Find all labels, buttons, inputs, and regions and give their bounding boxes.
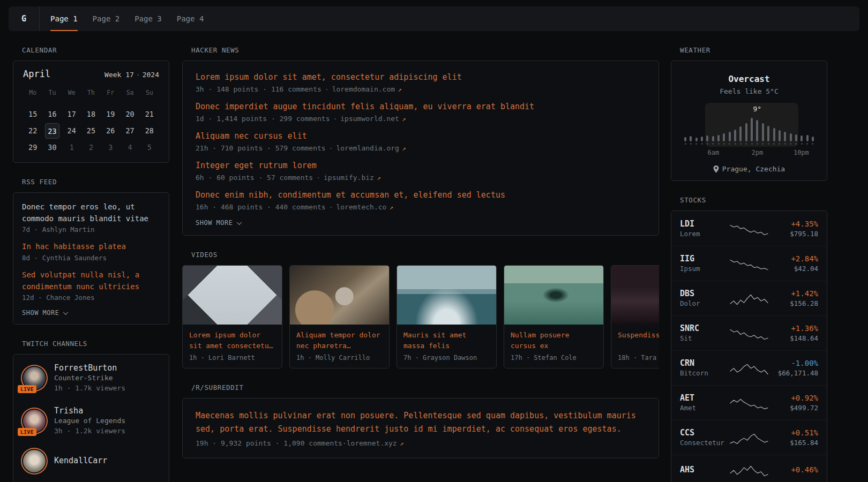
stock-ticker: IIG — [680, 253, 729, 264]
video-meta: 7h · Grayson Dawson — [403, 354, 490, 362]
hn-item-title[interactable]: Donec enim nibh, condimentum et accumsan… — [196, 190, 646, 201]
stock-row: DBS Dolor +1.42% $156.28 — [671, 281, 827, 315]
stock-row: AHS +0.46% — [671, 455, 827, 482]
stock-sparkline — [729, 326, 769, 341]
calendar-day-next-month: 3 — [101, 139, 120, 156]
tab-page-4[interactable]: Page 4 — [177, 6, 204, 31]
calendar-week-label: Week 17·2024 — [104, 71, 159, 79]
stock-change: +4.35% — [769, 219, 818, 229]
video-title: Lorem ipsum dolor sit amet consectetu… — [189, 330, 275, 351]
channel-game: League of Legends — [54, 416, 125, 425]
weather-condition: Overcast — [680, 74, 818, 84]
twitch-widget: LIVE ForrestBurton Counter-Strike 1h · 1… — [13, 354, 169, 482]
weather-header: WEATHER — [671, 46, 827, 54]
hn-item-source-link[interactable]: ipsumworld.net↗ — [340, 115, 406, 123]
hn-item-title[interactable]: Aliquam nec cursus elit — [196, 131, 646, 142]
channel-game: Counter-Strike — [54, 373, 125, 382]
hacker-news-widget: Lorem ipsum dolor sit amet, consectetur … — [182, 61, 659, 236]
app-logo[interactable]: G — [9, 6, 40, 31]
twitch-channel-row[interactable]: LIVE Trisha League of Legends 3h · 1.2k … — [22, 406, 160, 435]
stock-ticker: DBS — [680, 288, 729, 299]
hn-item-meta: 16h · 468 points · 440 comments·loremtec… — [196, 203, 646, 211]
tab-page-3[interactable]: Page 3 — [134, 6, 162, 31]
stock-name: Sit — [680, 334, 729, 343]
stock-change: +0.92% — [769, 393, 818, 403]
hn-item-source-link[interactable]: loremtech.co↗ — [336, 203, 393, 211]
calendar-day: 18 — [81, 106, 101, 123]
calendar-day-next-month: 1 — [62, 139, 81, 156]
subreddit-post-title[interactable]: Maecenas mollis pulvinar erat non posuer… — [196, 409, 646, 436]
chevron-down-icon — [236, 220, 242, 225]
video-card[interactable]: Aliquam tempor dolor nec pharetra… 1h · … — [289, 265, 390, 368]
weather-location: Prague, Czechia — [680, 165, 818, 173]
hn-item: Donec enim nibh, condimentum et accumsan… — [196, 190, 646, 211]
video-card[interactable]: Mauris sit amet massa felis 7h · Grayson… — [396, 265, 497, 368]
stock-ticker: CRN — [680, 358, 729, 368]
topbar: G Page 1 Page 2 Page 3 Page 4 — [9, 6, 859, 31]
avatar-image — [23, 450, 46, 472]
video-thumbnail — [290, 266, 389, 325]
calendar-day: 22 — [23, 123, 42, 139]
stock-sparkline — [729, 256, 769, 271]
stock-row: IIG Ipsum +2.84% $42.04 — [671, 246, 827, 281]
video-title: Aliquam tempor dolor nec pharetra… — [296, 330, 383, 351]
stock-ticker: AET — [680, 393, 729, 403]
tab-page-2[interactable]: Page 2 — [93, 6, 120, 31]
tab-page-1[interactable]: Page 1 — [50, 6, 78, 31]
video-meta: 1h · Molly Carrillo — [296, 354, 383, 362]
avatar: LIVE — [22, 409, 47, 433]
video-card[interactable]: Lorem ipsum dolor sit amet consectetu… 1… — [182, 265, 282, 368]
subreddit-source-link[interactable]: loremnet.xyz↗ — [347, 439, 403, 447]
rss-item: Donec tempor eros leo, ut commodo mauris… — [22, 201, 160, 234]
video-card[interactable]: Suspendisse diam 18h · Tara — [611, 265, 659, 368]
calendar-dow-row: Mo Tu We Th Fr Sa Su — [23, 86, 159, 100]
stock-name: Lorem — [680, 229, 729, 239]
calendar-day: 27 — [120, 123, 139, 139]
calendar-day: 26 — [101, 123, 120, 139]
rss-show-more-button[interactable]: SHOW MORE — [22, 309, 160, 317]
rss-item-title[interactable]: In hac habitasse platea — [22, 241, 160, 253]
stock-row: AET Amet +0.92% $499.72 — [671, 385, 827, 420]
stock-name: Ipsum — [680, 264, 729, 274]
video-title: Mauris sit amet massa felis — [403, 330, 490, 351]
stock-change: +1.36% — [769, 323, 818, 334]
stock-row: SNRC Sit +1.36% $148.64 — [671, 315, 827, 350]
hn-item-title[interactable]: Integer eget rutrum lorem — [196, 160, 646, 171]
stock-sparkline — [729, 360, 769, 375]
hn-item-source-link[interactable]: loremdomain.com↗ — [332, 85, 402, 93]
video-thumbnail — [611, 266, 659, 325]
calendar-days-grid: 15 16 17 18 19 20 21 22 23 24 25 26 27 2… — [23, 106, 159, 156]
channel-name: Trisha — [54, 406, 125, 416]
hn-show-more-button[interactable]: SHOW MORE — [196, 219, 646, 227]
stock-price: $165.84 — [769, 438, 818, 448]
rss-widget: Donec tempor eros leo, ut commodo mauris… — [13, 192, 169, 325]
calendar-day: 25 — [81, 123, 101, 139]
left-column: CALENDAR April Week 17·2024 Mo Tu We Th … — [13, 31, 169, 482]
calendar-day: 21 — [140, 106, 159, 123]
twitch-channel-row[interactable]: LIVE ForrestBurton Counter-Strike 1h · 1… — [22, 363, 160, 393]
weather-feels-like: Feels like 5°C — [680, 87, 818, 95]
rss-item-title[interactable]: Sed volutpat nulla nisl, a condimentum n… — [22, 269, 160, 292]
stock-price: $66,171.48 — [769, 368, 818, 378]
hn-item-source-link[interactable]: loremlandia.org↗ — [336, 144, 406, 152]
live-badge: LIVE — [18, 385, 36, 393]
video-meta: 18h · Tara — [618, 354, 659, 362]
external-link-icon: ↗ — [400, 439, 404, 447]
twitch-channel-row[interactable]: KendallCarr — [22, 449, 160, 473]
video-card[interactable]: Nullam posuere cursus ex 17h · Stefan Co… — [504, 265, 604, 368]
external-link-icon: ↗ — [389, 203, 393, 211]
stock-price: $499.72 — [769, 403, 818, 413]
stock-name: Amet — [680, 403, 729, 413]
rss-item-title[interactable]: Donec tempor eros leo, ut commodo mauris… — [22, 201, 160, 224]
external-link-icon: ↗ — [402, 144, 406, 152]
hn-item-source-link[interactable]: ipsumify.biz↗ — [324, 174, 380, 182]
hn-item-title[interactable]: Lorem ipsum dolor sit amet, consectetur … — [196, 72, 646, 83]
hn-item-meta: 6h · 60 points · 57 comments·ipsumify.bi… — [196, 174, 646, 182]
stock-name: Dolor — [680, 299, 729, 308]
video-thumbnail — [183, 266, 282, 325]
stock-change: +0.46% — [769, 464, 818, 475]
hn-item-title[interactable]: Donec imperdiet augue tincidunt felis al… — [196, 101, 646, 112]
rss-item-meta: 7d · Ashlyn Martin — [22, 225, 160, 234]
channel-name: ForrestBurton — [54, 363, 125, 373]
calendar-day: 19 — [101, 106, 120, 123]
